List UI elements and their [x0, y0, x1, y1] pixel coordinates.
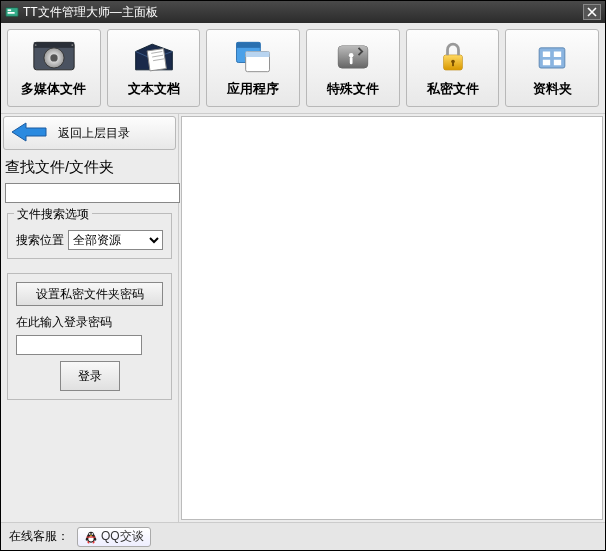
folder-icon [530, 38, 574, 76]
toolbar-textdoc[interactable]: 文本文档 [107, 29, 201, 107]
search-row: 搜 [3, 183, 176, 203]
location-label: 搜索位置 [16, 232, 64, 249]
login-button[interactable]: 登录 [60, 361, 120, 391]
search-options-legend: 文件搜索选项 [14, 206, 92, 223]
search-title: 查找文件/文件夹 [3, 156, 176, 177]
login-group: 设置私密文件夹密码 在此输入登录密码 登录 [7, 273, 172, 400]
svg-rect-4 [34, 42, 74, 48]
status-label: 在线客服： [9, 528, 69, 545]
titlebar: TT文件管理大师—主面板 [1, 1, 605, 23]
toolbar-multimedia[interactable]: 多媒体文件 [7, 29, 101, 107]
svg-rect-16 [246, 52, 270, 58]
window-title: TT文件管理大师—主面板 [23, 4, 583, 21]
close-button[interactable] [583, 4, 601, 20]
toolbar-multimedia-label: 多媒体文件 [21, 80, 86, 98]
svg-point-34 [90, 533, 91, 534]
special-icon [331, 38, 375, 76]
svg-point-6 [71, 44, 73, 46]
qq-chat-label: QQ交谈 [101, 528, 144, 545]
back-button[interactable]: 返回上层目录 [3, 116, 176, 150]
toolbar-apps-label: 应用程序 [227, 80, 279, 98]
svg-point-8 [50, 54, 57, 61]
side-panel: 返回上层目录 查找文件/文件夹 搜 文件搜索选项 搜索位置 全部资源 设置私密文… [1, 114, 179, 522]
toolbar-special-label: 特殊文件 [327, 80, 379, 98]
svg-rect-28 [543, 60, 550, 66]
password-input[interactable] [16, 335, 142, 355]
toolbar-textdoc-label: 文本文档 [128, 80, 180, 98]
apps-icon [231, 38, 275, 76]
main-window: TT文件管理大师—主面板 多媒体文件 文本文档 应用程序 [0, 0, 606, 551]
content-area [181, 116, 603, 520]
toolbar-apps[interactable]: 应用程序 [206, 29, 300, 107]
multimedia-icon [32, 38, 76, 76]
location-select[interactable]: 全部资源 [68, 230, 163, 250]
search-options-group: 文件搜索选项 搜索位置 全部资源 [7, 213, 172, 259]
lock-icon [431, 38, 475, 76]
password-hint: 在此输入登录密码 [16, 314, 163, 331]
svg-rect-24 [452, 63, 454, 67]
svg-point-5 [35, 44, 37, 46]
toolbar: 多媒体文件 文本文档 应用程序 特殊文件 私密文件 [1, 23, 605, 114]
svg-rect-2 [8, 12, 15, 14]
app-icon [5, 5, 19, 19]
toolbar-special[interactable]: 特殊文件 [306, 29, 400, 107]
svg-point-19 [349, 53, 354, 58]
svg-rect-18 [338, 46, 367, 68]
toolbar-folder[interactable]: 资料夹 [505, 29, 599, 107]
textdoc-icon [132, 38, 176, 76]
svg-rect-20 [350, 57, 353, 64]
toolbar-folder-label: 资料夹 [533, 80, 572, 98]
svg-point-35 [92, 533, 93, 534]
set-password-button[interactable]: 设置私密文件夹密码 [16, 282, 163, 306]
back-label: 返回上层目录 [58, 125, 130, 142]
svg-rect-29 [554, 60, 561, 66]
svg-point-36 [90, 534, 92, 535]
qq-icon [84, 530, 98, 544]
svg-rect-38 [87, 536, 96, 537]
qq-chat-button[interactable]: QQ交谈 [77, 527, 151, 547]
svg-rect-14 [237, 42, 261, 48]
back-arrow-icon [10, 121, 50, 146]
svg-rect-1 [8, 9, 12, 11]
toolbar-private-label: 私密文件 [427, 80, 479, 98]
body: 返回上层目录 查找文件/文件夹 搜 文件搜索选项 搜索位置 全部资源 设置私密文… [1, 114, 605, 522]
search-input[interactable] [5, 183, 180, 203]
status-bar: 在线客服： QQ交谈 [1, 522, 605, 550]
toolbar-private[interactable]: 私密文件 [406, 29, 500, 107]
svg-rect-26 [543, 52, 550, 58]
svg-rect-27 [554, 52, 561, 58]
